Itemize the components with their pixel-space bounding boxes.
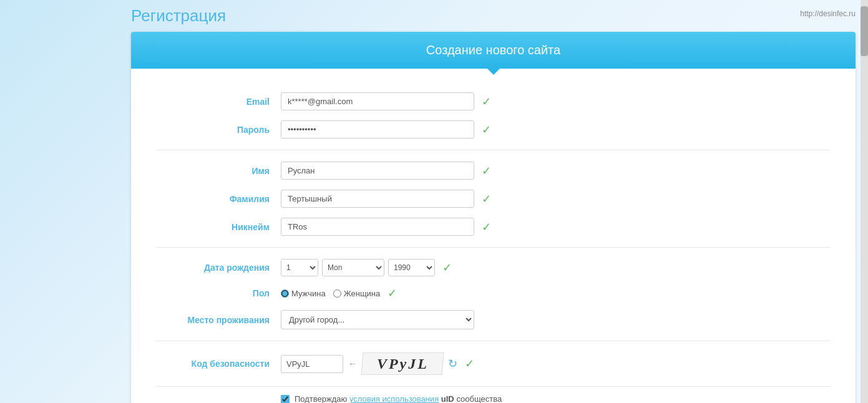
password-input[interactable] bbox=[281, 120, 474, 138]
form-header: Создание нового сайта bbox=[131, 32, 856, 69]
section-personal: Дата рождения 12345 678910 JanFebMonApr … bbox=[156, 248, 831, 341]
registration-form-container: Создание нового сайта Email ✓ Пароль bbox=[131, 32, 856, 403]
email-row: Email ✓ bbox=[156, 87, 831, 115]
dob-year-select[interactable]: 1985198619871988 198919901991 bbox=[388, 259, 435, 276]
dob-day-select[interactable]: 12345 678910 bbox=[281, 259, 318, 276]
form-body: Email ✓ Пароль ✓ Имя bbox=[131, 69, 856, 403]
gender-check-icon: ✓ bbox=[388, 286, 397, 300]
captcha-label: Код безопасности bbox=[156, 359, 281, 369]
captcha-controls: ← VPyJL ↻ bbox=[281, 352, 457, 375]
gender-row: Пол Мужчина Женщина ✓ bbox=[156, 281, 831, 305]
section-credentials: Email ✓ Пароль ✓ bbox=[156, 81, 831, 150]
dob-selects: 12345 678910 JanFebMonApr MayJunJulAug S… bbox=[281, 259, 435, 276]
surname-label: Фамилия bbox=[156, 194, 281, 204]
password-check-icon: ✓ bbox=[482, 123, 491, 137]
captcha-check-icon: ✓ bbox=[465, 357, 474, 371]
city-select[interactable]: Другой город... Москва Санкт-Петербург К… bbox=[281, 310, 474, 329]
name-check-icon: ✓ bbox=[482, 164, 491, 178]
nickname-row: Никнейм ✓ bbox=[156, 213, 831, 241]
city-label: Место проживания bbox=[156, 315, 281, 325]
password-row: Пароль ✓ bbox=[156, 115, 831, 143]
gender-female-label: Женщина bbox=[344, 289, 381, 298]
email-label: Email bbox=[156, 97, 281, 107]
name-control bbox=[281, 162, 474, 180]
captcha-arrow-icon: ← bbox=[348, 359, 357, 369]
dob-row: Дата рождения 12345 678910 JanFebMonApr … bbox=[156, 254, 831, 281]
password-control bbox=[281, 120, 474, 138]
gender-female-option[interactable]: Женщина bbox=[333, 289, 381, 298]
page-title: Регистрация bbox=[12, 6, 226, 26]
terms-row: Подтверждаю условия использования uID со… bbox=[156, 394, 831, 403]
terms-prefix: Подтверждаю bbox=[295, 394, 349, 403]
dob-check-icon: ✓ bbox=[442, 261, 452, 274]
surname-input[interactable] bbox=[281, 190, 474, 208]
captcha-refresh-icon[interactable]: ↻ bbox=[448, 357, 457, 371]
city-row: Место проживания Другой город... Москва … bbox=[156, 305, 831, 334]
name-row: Имя ✓ bbox=[156, 157, 831, 185]
captcha-row: Код безопасности ← VPyJL ↻ ✓ bbox=[156, 347, 831, 380]
section-captcha: Код безопасности ← VPyJL ↻ ✓ bbox=[156, 341, 831, 387]
nickname-label: Никнейм bbox=[156, 222, 281, 232]
captcha-input[interactable] bbox=[281, 355, 343, 373]
gender-male-option[interactable]: Мужчина bbox=[281, 289, 326, 298]
surname-control bbox=[281, 190, 474, 208]
gender-male-label: Мужчина bbox=[291, 289, 326, 298]
nickname-check-icon: ✓ bbox=[482, 220, 491, 234]
site-url: http://desinfec.ru bbox=[800, 6, 856, 18]
name-input[interactable] bbox=[281, 162, 474, 180]
form-header-text: Создание нового сайта bbox=[426, 43, 560, 57]
password-label: Пароль bbox=[156, 125, 281, 135]
nickname-input[interactable] bbox=[281, 218, 474, 236]
surname-row: Фамилия ✓ bbox=[156, 185, 831, 213]
nickname-control bbox=[281, 218, 474, 236]
gender-options: Мужчина Женщина bbox=[281, 289, 380, 298]
terms-uid: uID bbox=[441, 394, 454, 403]
terms-text: Подтверждаю условия использования uID со… bbox=[295, 394, 502, 403]
email-control bbox=[281, 92, 474, 110]
terms-checkbox[interactable] bbox=[281, 395, 290, 404]
name-label: Имя bbox=[156, 166, 281, 176]
section-profile: Имя ✓ Фамилия ✓ Никнейм bbox=[156, 150, 831, 248]
gender-male-radio[interactable] bbox=[281, 289, 289, 298]
gender-label: Пол bbox=[156, 288, 281, 298]
terms-postfix: сообщества bbox=[454, 394, 502, 403]
email-input[interactable] bbox=[281, 92, 474, 110]
terms-link[interactable]: условия использования bbox=[349, 394, 439, 403]
dob-month-select[interactable]: JanFebMonApr MayJunJulAug SepOctNovDec bbox=[322, 259, 384, 276]
scrollbar-thumb[interactable] bbox=[861, 6, 868, 56]
dob-label: Дата рождения bbox=[156, 263, 281, 273]
email-check-icon: ✓ bbox=[482, 95, 491, 109]
scrollbar[interactable] bbox=[861, 0, 868, 403]
captcha-text: VPyJL bbox=[377, 356, 429, 372]
gender-female-radio[interactable] bbox=[333, 289, 341, 298]
surname-check-icon: ✓ bbox=[482, 192, 491, 206]
captcha-image: VPyJL bbox=[361, 352, 444, 375]
